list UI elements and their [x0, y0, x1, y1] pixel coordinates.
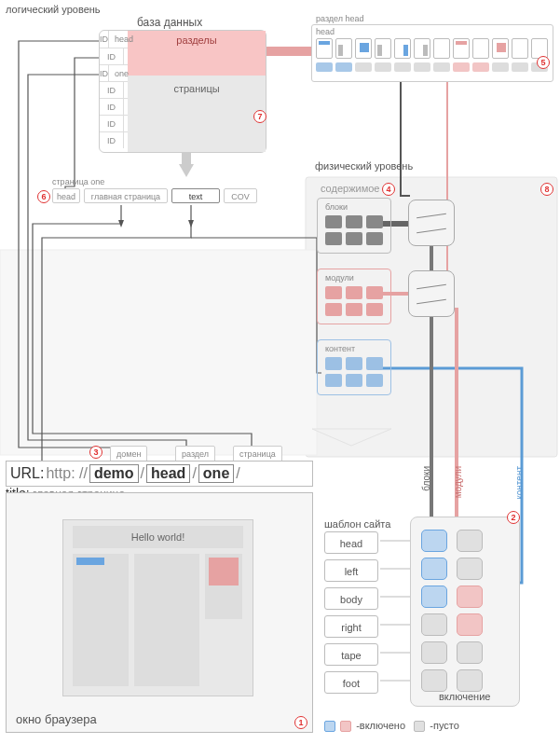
inc-left-blocks [421, 558, 447, 580]
modules-label: модули [325, 273, 354, 282]
browser-window: Hello world! окно браузера [6, 492, 313, 733]
legend-red-icon [340, 721, 351, 732]
physical-level-label: физический уровень [315, 160, 413, 172]
db-pages-label: страницы [128, 76, 266, 102]
badge-8: 8 [540, 183, 553, 196]
inc-body-blocks [421, 586, 447, 608]
template-slots-strip [316, 38, 548, 59]
template-slots-below [316, 62, 548, 72]
db-row: ID [100, 98, 128, 115]
badge-3: 3 [89, 446, 102, 459]
slot [394, 38, 411, 59]
url-page: one [198, 464, 234, 483]
slot [375, 38, 391, 59]
modules-grid: модули [317, 269, 391, 324]
db-row: IDhead [100, 31, 128, 48]
mock-head: Hello world! [73, 526, 243, 548]
db-row: ID [100, 81, 128, 98]
badge-1: 1 [294, 716, 307, 729]
tmpl-foot: foot [324, 671, 378, 694]
db-row: IDone [100, 64, 128, 81]
legend-empty-text: -пусто [430, 720, 459, 731]
cell-main: главная страница [84, 188, 168, 203]
slot [472, 38, 489, 59]
badge-6: 6 [37, 190, 50, 203]
database-panel: база данных разделы страницы IDhead ID I… [99, 30, 266, 153]
mock-left [73, 554, 129, 686]
blocks-label: блоки [325, 202, 348, 212]
mock-right [205, 554, 242, 619]
slot [453, 38, 470, 59]
inc-foot-modules [457, 669, 483, 692]
legend-gray-icon [414, 721, 425, 732]
slot [355, 38, 372, 59]
inc-tape-blocks [421, 641, 447, 664]
inc-body-modules [457, 586, 483, 608]
cell-text: text [171, 188, 220, 203]
tmpl-body: body [324, 587, 378, 610]
logical-level-label: логический уровень [6, 4, 101, 15]
badge-5: 5 [537, 56, 550, 69]
badge-4: 4 [382, 183, 395, 196]
site-template-label: шаблон сайта [324, 518, 390, 530]
browser-window-label: окно браузера [16, 712, 97, 726]
inc-tape-modules [457, 641, 483, 664]
slot [414, 38, 430, 59]
badge-2: 2 [507, 511, 520, 524]
badge-7: 7 [253, 110, 266, 123]
inclusion-label: включение [439, 691, 490, 702]
url-domain: demo [89, 464, 139, 483]
inc-right-blocks [421, 613, 447, 636]
mock-body [134, 554, 199, 686]
tmpl-left: left [324, 559, 378, 582]
db-pages-band: страницы [128, 76, 266, 152]
content-grid: контент [317, 339, 391, 395]
svg-rect-1 [0, 250, 317, 455]
slot [316, 38, 333, 59]
db-sections-label: разделы [128, 31, 266, 49]
switch-blocks [408, 200, 455, 246]
tmpl-head: head [324, 531, 378, 554]
cell-head: head [52, 188, 80, 203]
vlabel-content: контент [514, 466, 525, 500]
section-head-sub: head [316, 27, 335, 36]
legend-on-text: -включено [356, 720, 405, 731]
url-section: head [146, 464, 190, 483]
blocks-grid: блоки [317, 198, 391, 254]
db-row: ID [100, 48, 128, 64]
inc-left-modules [457, 558, 483, 580]
slot [433, 38, 450, 59]
vlabel-blocks: блоки [421, 466, 431, 491]
legend-blue-icon [324, 721, 335, 732]
section-head-panel: раздел head head [311, 24, 553, 82]
url-prefix: URL: [10, 465, 44, 482]
cell-cov: COV [224, 188, 257, 203]
browser-page-mock: Hello world! [62, 519, 253, 696]
section-head-title: раздел head [316, 14, 364, 23]
legend: -включено -пусто [324, 720, 459, 732]
page-one-title: страница one [52, 177, 104, 186]
inc-head-modules [457, 530, 483, 552]
slot [492, 38, 509, 59]
db-sections-band: разделы [128, 31, 266, 76]
svg-marker-3 [179, 164, 194, 177]
tmpl-right: right [324, 615, 378, 638]
inc-right-modules [457, 613, 483, 636]
vlabel-modules: модули [453, 466, 463, 498]
db-row: ID [100, 115, 128, 131]
svg-marker-4 [118, 220, 124, 227]
database-title: база данных [137, 16, 202, 29]
inc-foot-blocks [421, 669, 447, 692]
switch-modules [408, 270, 455, 317]
slot [335, 38, 352, 59]
url-proto: http: // [46, 465, 87, 482]
content-group-label: содержимое [321, 183, 379, 194]
inc-head-blocks [421, 530, 447, 552]
tmpl-tape: tape [324, 643, 378, 666]
db-row: ID [100, 131, 128, 148]
content-label: контент [325, 344, 355, 353]
url-bar: URL: http: // demo/ head/ one/ [6, 461, 313, 487]
slot [512, 38, 528, 59]
svg-marker-6 [312, 429, 391, 446]
svg-marker-5 [188, 220, 194, 227]
